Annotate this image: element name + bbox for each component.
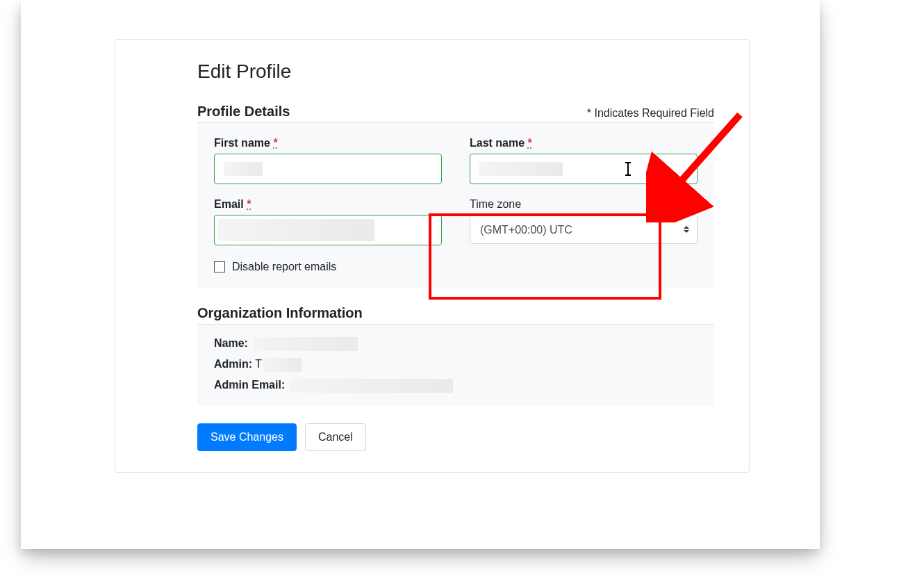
redacted-placeholder — [263, 358, 302, 372]
button-row: Save Changes Cancel — [197, 423, 714, 451]
required-mark: * — [273, 137, 277, 149]
timezone-select[interactable]: (GMT+00:00) UTC — [470, 215, 698, 244]
timezone-select-wrap: (GMT+00:00) UTC — [470, 215, 698, 244]
org-name-key: Name: — [214, 337, 248, 349]
org-name-row: Name: — [214, 337, 698, 351]
redacted-placeholder — [479, 162, 563, 176]
last-name-label: Last name * — [470, 137, 698, 149]
last-name-label-text: Last name — [470, 137, 525, 149]
save-button[interactable]: Save Changes — [197, 423, 297, 451]
org-info-panel: Name: Admin: T Admin Email: — [197, 325, 714, 405]
profile-details-panel: First name * Last name * — [197, 123, 714, 288]
email-label: Email * — [214, 198, 442, 211]
org-info-heading: Organization Information — [197, 305, 363, 321]
page-title: Edit Profile — [197, 60, 714, 83]
redacted-placeholder — [290, 379, 453, 393]
disable-reports-checkbox[interactable] — [214, 261, 225, 272]
org-admin-value: T — [255, 358, 261, 370]
edit-profile-card: Edit Profile Profile Details * Indicates… — [115, 39, 750, 473]
email-label-text: Email — [214, 198, 244, 210]
cancel-button[interactable]: Cancel — [305, 423, 366, 451]
card-inner: Edit Profile Profile Details * Indicates… — [115, 60, 749, 451]
first-name-label: First name * — [214, 137, 442, 149]
timezone-group: Time zone (GMT+00:00) UTC — [470, 198, 698, 245]
required-mark: * — [528, 137, 532, 149]
profile-details-header: Profile Details * Indicates Required Fie… — [197, 104, 714, 123]
last-name-input-wrap — [470, 154, 698, 184]
last-name-group: Last name * — [470, 137, 698, 184]
redacted-placeholder — [224, 162, 263, 176]
org-admin-email-row: Admin Email: — [214, 379, 698, 393]
timezone-label: Time zone — [470, 198, 698, 211]
first-name-input-wrap — [214, 154, 442, 184]
email-group: Email * — [214, 198, 442, 245]
org-admin-row: Admin: T — [214, 358, 698, 372]
required-mark: * — [247, 198, 251, 210]
redacted-placeholder — [218, 219, 374, 241]
disable-reports-row: Disable report emails — [214, 261, 698, 273]
first-name-group: First name * — [214, 137, 442, 184]
org-admin-email-key: Admin Email: — [214, 379, 285, 391]
disable-reports-label: Disable report emails — [232, 261, 336, 273]
required-field-note: * Indicates Required Field — [587, 107, 714, 120]
profile-details-heading: Profile Details — [197, 104, 290, 120]
redacted-placeholder — [254, 337, 358, 351]
org-admin-key: Admin: — [214, 358, 252, 370]
profile-form-grid: First name * Last name * — [214, 137, 698, 245]
email-input-wrap — [214, 215, 442, 245]
org-info-header: Organization Information — [197, 305, 714, 325]
page-container: Edit Profile Profile Details * Indicates… — [21, 0, 820, 549]
first-name-label-text: First name — [214, 137, 270, 149]
